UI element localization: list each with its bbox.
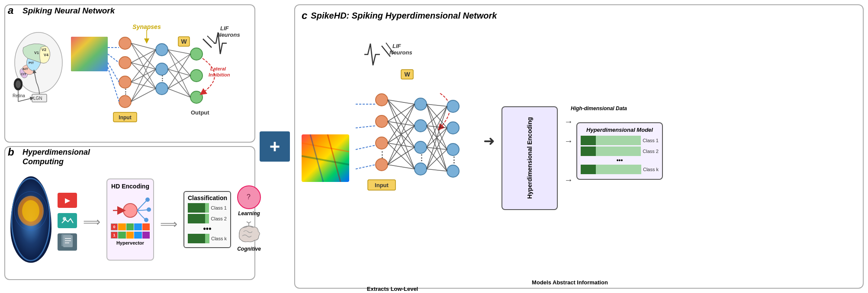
svg-line-37 <box>131 89 156 102</box>
svg-text:Lateral: Lateral <box>210 66 226 71</box>
svg-text:LGN: LGN <box>33 96 42 101</box>
hd-model-title: Hyperdimensional Model <box>581 127 659 133</box>
plus-sign: + <box>260 131 290 162</box>
cognitive-label: Cognitive <box>237 246 261 252</box>
svg-point-22 <box>156 83 168 95</box>
left-panel: a Spiking Neural Network V2 V4 V1 <box>4 4 255 289</box>
input-image-c <box>302 134 349 182</box>
svg-point-104 <box>376 159 388 171</box>
panel-b: b HyperdimensionalComputing <box>4 146 255 280</box>
hd-encoding-title-c: Hyperdimensional Encoding <box>526 117 534 199</box>
svg-point-102 <box>376 115 388 127</box>
svg-line-36 <box>131 69 156 102</box>
svg-point-82 <box>147 207 151 212</box>
image-icon <box>58 213 77 228</box>
svg-line-48 <box>108 54 119 63</box>
svg-point-79 <box>123 204 137 217</box>
class-1-light <box>205 203 209 213</box>
svg-text:Synapses: Synapses <box>132 23 161 30</box>
svg-point-68 <box>22 200 39 222</box>
class-1-label: Class 1 <box>211 205 227 210</box>
svg-text:⋮: ⋮ <box>378 150 386 159</box>
panel-b-title-text: HyperdimensionalComputing <box>23 148 90 166</box>
snn-network-diagram: Synapses W <box>71 19 249 136</box>
hypervector-bars: 0 1 <box>111 223 150 239</box>
svg-point-105 <box>415 98 427 110</box>
class-2-label: Class 2 <box>211 216 227 221</box>
panel-b-title: HyperdimensionalComputing <box>23 148 90 166</box>
class-k-label: Class k <box>211 236 227 241</box>
arrow-to-class: ⟹ <box>160 217 177 231</box>
svg-text:Output: Output <box>191 109 209 116</box>
svg-point-23 <box>190 48 203 60</box>
class-k-item: Class k <box>188 234 227 243</box>
svg-point-20 <box>156 44 168 56</box>
class-dots: ••• <box>188 225 227 232</box>
svg-text:⋮: ⋮ <box>159 75 166 82</box>
hd-model-box: Hyperdimensional Model Class 1 Class 2 <box>576 122 663 180</box>
extracts-label: Extracts Low-Level Features <box>354 279 431 293</box>
svg-line-148 <box>356 165 376 169</box>
svg-point-21 <box>156 63 168 75</box>
hd-encoding-title: HD Encoding <box>111 183 149 190</box>
panel-c-header: c SpikeHD: Spiking Hyperdimensional Netw… <box>302 10 856 22</box>
class-2-item: Class 2 <box>188 214 227 223</box>
learning-group: ? Learning <box>237 185 261 217</box>
high-dim-label: High-dimensional Data <box>564 105 633 111</box>
svg-text:AIT: AIT <box>23 67 28 71</box>
video-icon: ▶ <box>58 193 77 208</box>
cognitive-group: Cognitive <box>237 221 261 252</box>
svg-line-147 <box>356 145 376 150</box>
model-class-1: Class 1 <box>581 136 659 145</box>
hypervector-label: Hypervector <box>116 240 144 245</box>
input-icons: ▶ <box>58 193 77 251</box>
svg-point-109 <box>447 100 459 112</box>
svg-point-8 <box>16 80 21 88</box>
svg-text:V4: V4 <box>44 53 48 57</box>
classification-title: Classification <box>188 194 227 201</box>
svg-point-103 <box>376 137 388 149</box>
svg-line-45 <box>168 76 190 89</box>
svg-line-42 <box>168 69 190 76</box>
svg-text:W: W <box>404 71 410 78</box>
svg-point-19 <box>119 96 131 108</box>
svg-point-83 <box>144 218 148 222</box>
svg-point-101 <box>376 94 388 106</box>
svg-text:V1: V1 <box>34 51 39 55</box>
svg-rect-15 <box>71 37 108 71</box>
svg-line-49 <box>108 63 119 82</box>
svg-text:LIF: LIF <box>392 43 402 49</box>
class-1-dark <box>188 203 205 213</box>
svg-point-110 <box>447 122 459 134</box>
svg-text:Neurons: Neurons <box>217 32 240 38</box>
learning-cognitive-col: ? Learning <box>237 185 261 252</box>
arrows-col: → → → → <box>564 117 573 185</box>
svg-line-26 <box>131 43 156 50</box>
svg-text:Neurons: Neurons <box>389 49 412 56</box>
svg-text:Input: Input <box>375 182 389 188</box>
class-k-light <box>205 234 209 243</box>
svg-point-16 <box>119 37 131 49</box>
svg-text:⋮: ⋮ <box>450 156 458 164</box>
brain-diagram: V2 V4 V1 PIT AIT CIT Retina LGN <box>10 22 67 134</box>
svg-point-18 <box>119 76 131 88</box>
panel-c-title: SpikeHD: Spiking Hyperdimensional Networ… <box>311 11 497 21</box>
learning-icon-circle: ? <box>237 185 261 209</box>
svg-point-81 <box>145 197 150 202</box>
svg-text:PIT: PIT <box>29 61 34 65</box>
panel-a-title: Spiking Neural Network <box>23 6 115 16</box>
svg-line-137 <box>427 106 447 147</box>
class-2-dark <box>188 214 205 223</box>
plus-sign-container: + <box>260 4 290 289</box>
svg-text:LIF: LIF <box>220 25 229 32</box>
panel-a-label: a <box>8 4 13 16</box>
arrow-to-encoding: ➜ <box>483 133 495 149</box>
panel-a: a Spiking Neural Network V2 V4 V1 <box>4 4 255 143</box>
svg-text:Retina: Retina <box>13 93 25 98</box>
hd-model-container: → → → → Hyperdimensional Model Class 1 <box>564 117 663 185</box>
class-2-light <box>205 214 209 223</box>
arrow-to-hd: ⟹ <box>83 215 100 229</box>
svg-text:?: ? <box>247 193 251 201</box>
svg-point-17 <box>119 57 131 69</box>
svg-point-24 <box>190 70 203 82</box>
